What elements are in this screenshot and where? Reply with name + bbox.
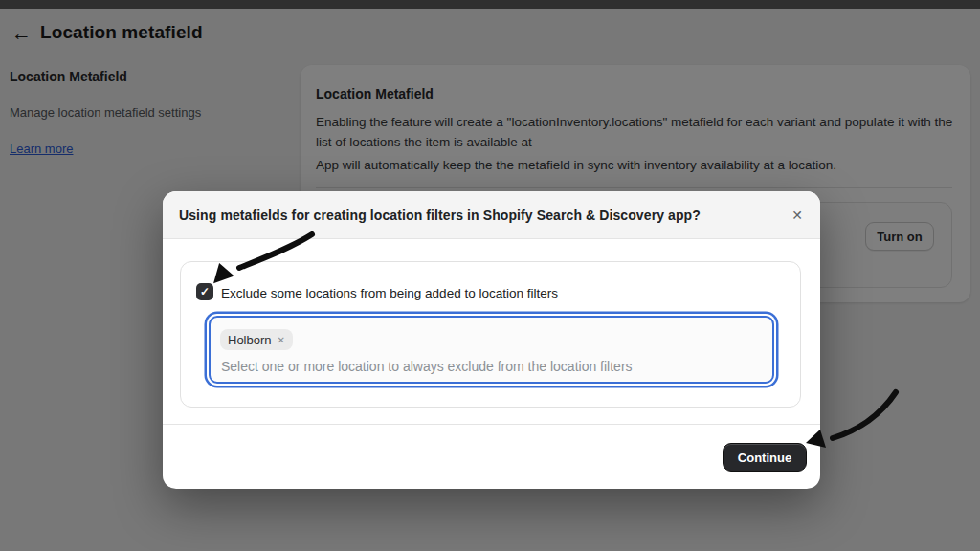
dialog-header: Using metafields for creating location f… xyxy=(163,191,820,239)
location-tag[interactable]: Holborn ✕ xyxy=(220,329,293,350)
close-icon[interactable]: ✕ xyxy=(786,204,809,227)
exclude-locations-checkbox[interactable]: ✓ xyxy=(196,283,213,300)
screen: ← Location metafield Location Metafield … xyxy=(0,0,980,551)
location-filters-dialog: Using metafields for creating location f… xyxy=(163,191,820,489)
exclude-locations-panel: ✓ Exclude some locations from being adde… xyxy=(180,261,801,408)
dialog-footer-divider xyxy=(163,424,820,425)
tag-input-placeholder: Select one or more location to always ex… xyxy=(221,359,633,374)
checkmark-icon: ✓ xyxy=(200,286,210,298)
exclude-locations-checkbox-label[interactable]: Exclude some locations from being added … xyxy=(221,286,558,300)
locations-tag-input[interactable]: Holborn ✕ Select one or more location to… xyxy=(209,316,774,384)
remove-tag-icon[interactable]: ✕ xyxy=(278,335,285,345)
continue-button[interactable]: Continue xyxy=(723,443,807,472)
dialog-title: Using metafields for creating location f… xyxy=(179,208,701,223)
location-tag-label: Holborn xyxy=(228,333,272,347)
